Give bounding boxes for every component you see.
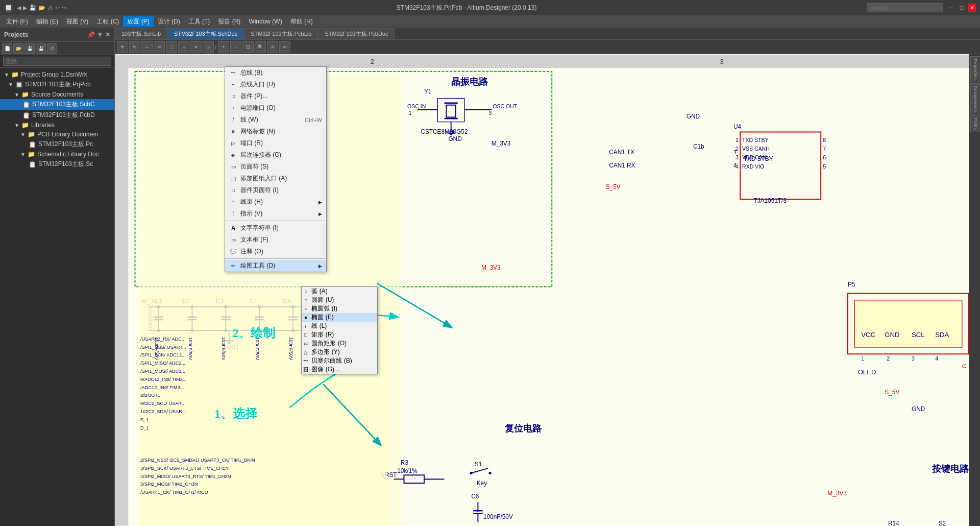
menu-help[interactable]: 帮助 (H): [286, 16, 317, 27]
net-label-btn[interactable]: ≡: [190, 41, 202, 53]
tree-source-docs-folder[interactable]: ▼ 📁 Source Documents: [0, 90, 114, 99]
tree-schdoc-file[interactable]: 📋 STM32F103主板.SchC: [0, 99, 114, 110]
panel-open-btn[interactable]: 📂: [13, 43, 23, 54]
titlebar: 🔲 ◀ ▶ 💾 📂 🖨 ↩ ↪ STM32F103主板.PrjPcb - Alt…: [0, 0, 980, 15]
menu-edit[interactable]: 编辑 (E): [32, 16, 62, 27]
place-port[interactable]: ▷ 端口 (R): [225, 137, 326, 149]
zoom-in-btn[interactable]: +: [218, 41, 229, 53]
tab-pcbdoc[interactable]: STM32F103主板.PcbDoc: [318, 28, 395, 39]
draw-bezier[interactable]: 〜 贝塞尔曲线 (B): [302, 356, 377, 365]
place-bus[interactable]: 〜 总线 (B): [225, 67, 326, 79]
draw-arc[interactable]: ○ 弧 (A): [302, 287, 377, 296]
svg-text:3: 3: [736, 154, 739, 160]
menu-tools[interactable]: 工具 (T): [184, 16, 214, 27]
properties-panel-btn[interactable]: Properties: [970, 56, 979, 82]
place-wire[interactable]: / 线 (W) Ctrl+W: [225, 114, 326, 126]
place-comment[interactable]: 💬 注释 (O): [225, 246, 326, 257]
svg-text:3: 3: [912, 355, 915, 362]
panel-refresh-btn[interactable]: ↺: [47, 43, 57, 54]
wire-btn[interactable]: ─: [141, 41, 153, 53]
place-textbox-label: 文本框 (F): [240, 235, 268, 244]
panel-config-icon[interactable]: ▼: [97, 31, 103, 38]
place-sheetentry[interactable]: ▭ 页面符 (S): [225, 161, 326, 173]
draw-roundrect[interactable]: ▭ 圆角矩形 (O): [302, 339, 377, 348]
place-netlabel[interactable]: ≡ 网络标签 (N): [225, 126, 326, 137]
bus-btn[interactable]: ═: [154, 41, 165, 53]
tree-libraries-folder[interactable]: ▼ 📁 Libraries: [0, 121, 114, 130]
svg-text:SDA: SDA: [935, 331, 949, 339]
draw-ellipticarc[interactable]: ○ 椭圆弧 (I): [302, 304, 377, 313]
bus-icon: 〜: [229, 69, 237, 77]
panel-close-icon[interactable]: ✕: [105, 31, 110, 38]
select-btn[interactable]: ↖: [129, 41, 140, 53]
draw-line[interactable]: / 线 (L): [302, 322, 377, 330]
zoom-out-btn[interactable]: -: [230, 41, 241, 53]
menu-window[interactable]: Window (W): [244, 17, 286, 26]
minimize-button[interactable]: ─: [947, 4, 955, 12]
draw-rect[interactable]: □ 矩形 (R): [302, 330, 377, 339]
menu-view[interactable]: 视图 (V): [62, 16, 92, 27]
draw-btn[interactable]: ✏: [279, 41, 290, 53]
svg-text:7: 7: [823, 146, 826, 152]
component-btn[interactable]: □: [166, 41, 177, 53]
components-panel-btn[interactable]: Components: [970, 83, 979, 114]
cursor-btn[interactable]: ✛: [117, 41, 128, 53]
draw-image[interactable]: 🖼 图像 (G)...: [302, 365, 377, 374]
line-icon: /: [302, 322, 310, 330]
place-drawing-tools[interactable]: ✏ 绘图工具 (D): [225, 260, 326, 272]
menu-file[interactable]: 文件 (F): [2, 16, 32, 27]
draw-circle[interactable]: ○ 圆圆 (U): [302, 296, 377, 304]
port-btn[interactable]: ▷: [203, 41, 214, 53]
place-comppage[interactable]: □ 器件页面符 (I): [225, 184, 326, 196]
place-drawing-tools-label: 绘图工具 (D): [240, 261, 275, 270]
close-button[interactable]: ✕: [968, 4, 976, 12]
svg-text:Key: Key: [477, 480, 487, 487]
draw-image-label: 图像 (G)...: [311, 366, 339, 373]
tree-pcblib-folder[interactable]: ▼ 📁 PCB Library Documen: [0, 130, 114, 139]
draw-polygon[interactable]: △ 多边形 (Y): [302, 348, 377, 356]
search-input[interactable]: [3, 57, 111, 66]
svg-text:1: 1: [861, 355, 864, 362]
panel-new-btn[interactable]: 📄: [2, 43, 12, 54]
place-bus-entry[interactable]: ⌐ 总线入口 (U): [225, 79, 326, 90]
tab-pcblib[interactable]: STM32F103主板.PcbLib: [244, 28, 318, 39]
svg-text:M_3V3: M_3V3: [492, 140, 511, 147]
addsheet-icon: ⬚: [229, 175, 237, 183]
tree-project-group[interactable]: ▼ 📁 Project Group 1.DsnWrk: [0, 70, 114, 79]
zoom-area-btn[interactable]: 🔍: [255, 41, 266, 53]
fit-btn[interactable]: ⊡: [242, 41, 254, 53]
menu-design[interactable]: 设计 (D): [154, 16, 184, 27]
place-power-label: 电源端口 (O): [240, 104, 276, 112]
menu-reports[interactable]: 报告 (R): [214, 16, 244, 27]
place-harness-label: 线束 (H): [240, 198, 263, 206]
tree-schlib-file[interactable]: 📋 STM32F103主板.Sc: [0, 159, 114, 170]
draw-ellipse[interactable]: ● 椭圆 (E): [302, 313, 377, 322]
maximize-button[interactable]: □: [958, 4, 966, 12]
tab-schlib[interactable]: 103主板.SchLib: [115, 28, 167, 39]
menu-place[interactable]: 放置 (P): [123, 16, 153, 27]
place-directives[interactable]: ! 指示 (V): [225, 208, 326, 220]
power-btn[interactable]: ⏚: [178, 41, 189, 53]
tree-project[interactable]: ▼ 🔲 STM32F103主板.PrjPcb: [0, 79, 114, 90]
tree-pcblib-file[interactable]: 📋 STM32F103主板.Pc: [0, 139, 114, 150]
text-btn[interactable]: A: [267, 41, 278, 53]
path-btn[interactable]: Paths: [970, 115, 979, 132]
panel-save-btn[interactable]: 💾: [24, 43, 35, 54]
svg-text:SCL: SCL: [912, 331, 925, 339]
project-label: STM32F103主板.PrjPcb: [25, 80, 91, 89]
place-harness[interactable]: ≡ 线束 (H): [225, 196, 326, 208]
place-text[interactable]: A 文字字符串 (I): [225, 222, 326, 234]
tree-schlib-folder[interactable]: ▼ 📁 Schematic Library Doc: [0, 150, 114, 159]
tree-pcbdoc-file[interactable]: 📋 STM32F103主板.PcbD: [0, 110, 114, 121]
tab-schdoc[interactable]: STM32F103主板.SchDoc: [167, 28, 244, 39]
menu-project[interactable]: 工程 (C): [92, 16, 123, 27]
place-addsheetentry[interactable]: ⬚ 添加图纸入口 (A): [225, 173, 326, 184]
schematic-canvas-area[interactable]: 2 3 晶振电路 Y1: [115, 54, 969, 526]
panel-pin-icon[interactable]: 📌: [87, 31, 95, 38]
place-offpage[interactable]: ◈ 层次连接器 (C): [225, 149, 326, 161]
global-search-input[interactable]: [867, 3, 943, 12]
place-power[interactable]: ↑ 电源端口 (O): [225, 102, 326, 114]
panel-save-all-btn[interactable]: 💾: [36, 43, 46, 54]
place-component[interactable]: □ 器件 (P)...: [225, 90, 326, 102]
place-textbox[interactable]: ▭ 文本框 (F): [225, 234, 326, 246]
